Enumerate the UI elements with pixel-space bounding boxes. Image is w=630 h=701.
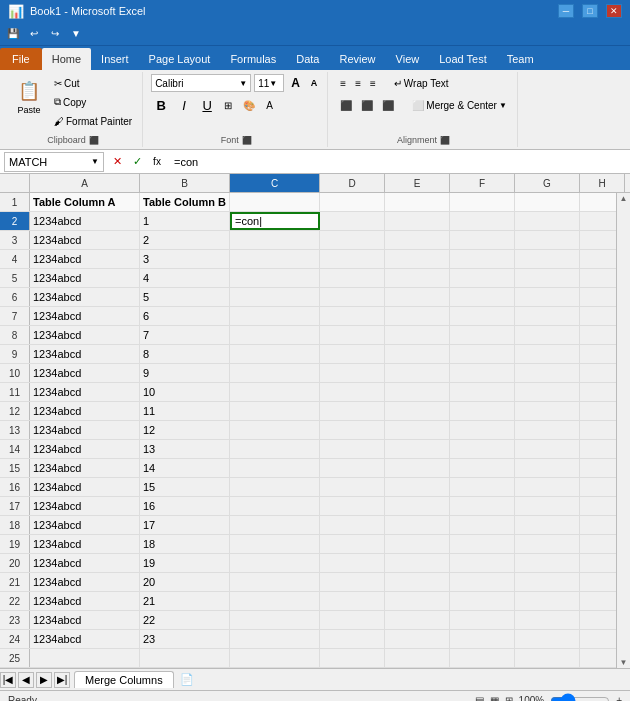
list-item[interactable]: 1234abcd [30, 535, 140, 553]
list-item[interactable] [230, 383, 320, 401]
list-item[interactable]: 1234abcd [30, 478, 140, 496]
cut-button[interactable]: ✂ Cut [50, 74, 136, 92]
row-number[interactable]: 3 [0, 231, 30, 249]
list-item[interactable]: 13 [140, 440, 230, 458]
list-item[interactable] [230, 345, 320, 363]
list-item[interactable] [515, 535, 580, 553]
tab-insert[interactable]: Insert [91, 48, 139, 70]
border-button[interactable]: ⊞ [220, 96, 236, 114]
list-item[interactable] [230, 193, 320, 211]
list-item[interactable] [580, 212, 616, 230]
list-item[interactable] [515, 421, 580, 439]
list-item[interactable] [230, 440, 320, 458]
list-item[interactable] [320, 345, 385, 363]
status-page-layout-icon[interactable]: ▦ [490, 695, 499, 701]
col-header-c[interactable]: C [230, 174, 320, 192]
row-number[interactable]: 4 [0, 250, 30, 268]
list-item[interactable] [515, 345, 580, 363]
list-item[interactable]: 1234abcd [30, 231, 140, 249]
row-number[interactable]: 11 [0, 383, 30, 401]
list-item[interactable] [515, 212, 580, 230]
list-item[interactable] [385, 212, 450, 230]
list-item[interactable]: 1234abcd [30, 212, 140, 230]
list-item[interactable] [450, 212, 515, 230]
row-number[interactable]: 8 [0, 326, 30, 344]
row-number[interactable]: 20 [0, 554, 30, 572]
list-item[interactable] [450, 649, 515, 667]
list-item[interactable]: 21 [140, 592, 230, 610]
col-header-b[interactable]: B [140, 174, 230, 192]
list-item[interactable] [450, 402, 515, 420]
font-name-combo[interactable]: Calibri ▼ [151, 74, 251, 92]
tab-data[interactable]: Data [286, 48, 329, 70]
list-item[interactable]: 1234abcd [30, 592, 140, 610]
list-item[interactable] [320, 478, 385, 496]
list-item[interactable] [320, 554, 385, 572]
list-item[interactable]: 3 [140, 250, 230, 268]
col-header-f[interactable]: F [450, 174, 515, 192]
row-number[interactable]: 2 [0, 212, 30, 230]
list-item[interactable] [450, 440, 515, 458]
list-item[interactable] [450, 573, 515, 591]
list-item[interactable] [450, 497, 515, 515]
list-item[interactable] [515, 326, 580, 344]
list-item[interactable] [385, 250, 450, 268]
list-item[interactable]: 1234abcd [30, 421, 140, 439]
list-item[interactable] [515, 402, 580, 420]
list-item[interactable]: 1234abcd [30, 459, 140, 477]
zoom-slider[interactable] [550, 695, 610, 702]
wrap-text-button[interactable]: ↵ Wrap Text [390, 74, 453, 92]
list-item[interactable] [320, 573, 385, 591]
col-header-e[interactable]: E [385, 174, 450, 192]
tab-file[interactable]: File [0, 48, 42, 70]
list-item[interactable] [140, 649, 230, 667]
tab-home[interactable]: Home [42, 48, 91, 70]
font-expand-icon[interactable]: ⬛ [242, 136, 252, 145]
tab-page-layout[interactable]: Page Layout [139, 48, 221, 70]
list-item[interactable] [320, 630, 385, 648]
list-item[interactable] [230, 402, 320, 420]
align-right-button[interactable]: ⬛ [378, 96, 398, 114]
list-item[interactable] [580, 649, 616, 667]
list-item[interactable] [515, 649, 580, 667]
row-number[interactable]: 12 [0, 402, 30, 420]
zoom-in-button[interactable]: + [616, 695, 622, 701]
list-item[interactable]: 1234abcd [30, 440, 140, 458]
list-item[interactable] [515, 440, 580, 458]
close-button[interactable]: ✕ [606, 4, 622, 18]
list-item[interactable]: 1234abcd [30, 364, 140, 382]
list-item[interactable] [230, 250, 320, 268]
row-number[interactable]: 19 [0, 535, 30, 553]
list-item[interactable] [450, 383, 515, 401]
list-item[interactable] [515, 231, 580, 249]
list-item[interactable] [580, 364, 616, 382]
list-item[interactable] [450, 459, 515, 477]
maximize-button[interactable]: □ [582, 4, 598, 18]
list-item[interactable] [385, 288, 450, 306]
list-item[interactable] [515, 630, 580, 648]
list-item[interactable] [450, 231, 515, 249]
list-item[interactable] [385, 345, 450, 363]
list-item[interactable]: 1234abcd [30, 630, 140, 648]
format-painter-button[interactable]: 🖌 Format Painter [50, 112, 136, 130]
list-item[interactable] [385, 193, 450, 211]
list-item[interactable] [450, 269, 515, 287]
row-number[interactable]: 22 [0, 592, 30, 610]
row-number[interactable]: 13 [0, 421, 30, 439]
font-grow-button[interactable]: A [287, 74, 304, 92]
list-item[interactable] [320, 497, 385, 515]
list-item[interactable] [385, 421, 450, 439]
list-item[interactable] [385, 364, 450, 382]
list-item[interactable] [230, 326, 320, 344]
list-item[interactable] [580, 250, 616, 268]
align-top-right-button[interactable]: ≡ [366, 74, 380, 92]
list-item[interactable] [230, 364, 320, 382]
list-item[interactable] [385, 459, 450, 477]
list-item[interactable] [450, 288, 515, 306]
align-top-center-button[interactable]: ≡ [351, 74, 365, 92]
list-item[interactable]: Table Column B [140, 193, 230, 211]
list-item[interactable] [580, 421, 616, 439]
list-item[interactable]: 11 [140, 402, 230, 420]
insert-sheet-button[interactable]: 📄 [176, 673, 198, 686]
list-item[interactable] [230, 231, 320, 249]
